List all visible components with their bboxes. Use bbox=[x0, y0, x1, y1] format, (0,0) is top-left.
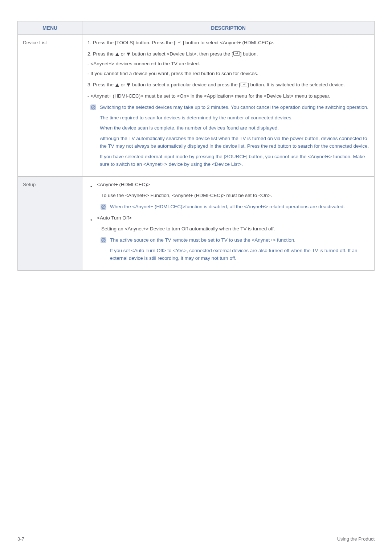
note-icon bbox=[101, 204, 106, 210]
step-2-sub2: - If you cannot find a device you want, … bbox=[87, 70, 369, 78]
menu-description-table: MENU DESCRIPTION Device List 1. Press th… bbox=[17, 21, 375, 271]
menu-device-list: Device List bbox=[18, 35, 82, 177]
bullet-item: • <Auto Turn Off> bbox=[90, 214, 369, 224]
step-2: 2. Press the or button to select <Device… bbox=[87, 50, 369, 58]
bullet-title: <Anynet+ (HDMI-CEC)> bbox=[97, 181, 369, 189]
bullet-title: <Auto Turn Off> bbox=[97, 214, 369, 222]
note-text: Although the TV automatically searches t… bbox=[100, 135, 369, 150]
bullet-dot-icon: • bbox=[90, 217, 93, 224]
arrow-up-icon bbox=[115, 83, 119, 87]
note-item: Switching to the selected devices may ta… bbox=[90, 104, 369, 111]
svg-rect-0 bbox=[176, 40, 182, 44]
note-text: If you have selected external input mode… bbox=[100, 153, 369, 168]
step-3-sub: - <Anynet+ (HDMI-CEC)> must be set to <O… bbox=[87, 93, 369, 100]
enter-icon bbox=[233, 50, 240, 58]
footer-page-number: 3-7 bbox=[17, 536, 24, 542]
bullet-sub: Setting an <Anynet+> Device to turn Off … bbox=[101, 225, 369, 233]
bullet-item: • <Anynet+ (HDMI-CEC)> bbox=[90, 181, 369, 190]
table-header-row: MENU DESCRIPTION bbox=[18, 21, 375, 35]
table-row: Setup • <Anynet+ (HDMI-CEC)> To use the … bbox=[18, 177, 375, 271]
note-text: Switching to the selected devices may ta… bbox=[100, 104, 369, 111]
note-item: When the <Anynet+ (HDMI-CEC)>function is… bbox=[101, 203, 369, 211]
step-1: 1. Press the [TOOLS] button. Press the [… bbox=[87, 39, 369, 47]
header-description: DESCRIPTION bbox=[82, 21, 375, 35]
note-text: The time required to scan for devices is… bbox=[100, 114, 369, 122]
footer-section-title: Using the Product bbox=[337, 536, 375, 542]
enter-icon bbox=[241, 81, 247, 89]
arrow-down-icon bbox=[127, 83, 130, 87]
note-text: If you set <Auto Turn Off> to <Yes>, con… bbox=[110, 247, 369, 262]
note-icon bbox=[101, 237, 106, 243]
step-2-sub1: - <Anynet+> devices connected to the TV … bbox=[87, 60, 369, 68]
description-setup: • <Anynet+ (HDMI-CEC)> To use the <Anyne… bbox=[82, 177, 375, 271]
note-text: The active source on the TV remote must … bbox=[110, 237, 369, 244]
svg-rect-2 bbox=[241, 82, 247, 86]
note-text: When the <Anynet+ (HDMI-CEC)>function is… bbox=[110, 203, 369, 211]
description-device-list: 1. Press the [TOOLS] button. Press the [… bbox=[82, 35, 375, 177]
note-icon bbox=[90, 104, 96, 110]
enter-icon bbox=[176, 39, 182, 47]
bullet-sub: To use the <Anynet+> Function, <Anynet+ … bbox=[101, 192, 369, 200]
header-menu: MENU bbox=[18, 21, 82, 35]
menu-setup: Setup bbox=[18, 177, 82, 271]
svg-rect-1 bbox=[233, 51, 240, 55]
arrow-down-icon bbox=[127, 53, 130, 56]
arrow-up-icon bbox=[115, 53, 119, 56]
note-item: The active source on the TV remote must … bbox=[101, 237, 369, 244]
step-3: 3. Press the or button to select a parti… bbox=[87, 81, 369, 89]
bullet-dot-icon: • bbox=[90, 183, 93, 190]
table-row: Device List 1. Press the [TOOLS] button.… bbox=[18, 35, 375, 177]
page-footer: 3-7 Using the Product bbox=[17, 534, 375, 542]
note-text: When the device scan is complete, the nu… bbox=[100, 124, 369, 132]
